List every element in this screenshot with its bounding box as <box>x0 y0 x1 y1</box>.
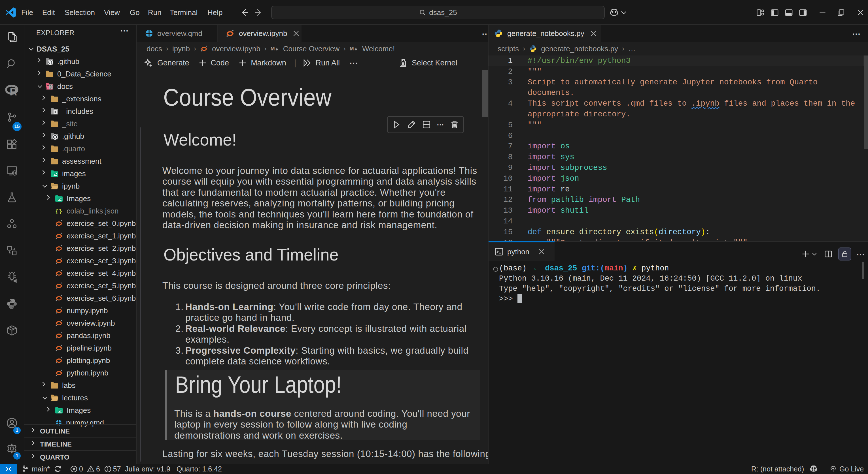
svg-text:R: R <box>10 86 17 96</box>
svg-text:{}: {} <box>55 208 62 215</box>
svg-text:M: M <box>271 46 275 52</box>
svg-text:M: M <box>350 46 354 52</box>
